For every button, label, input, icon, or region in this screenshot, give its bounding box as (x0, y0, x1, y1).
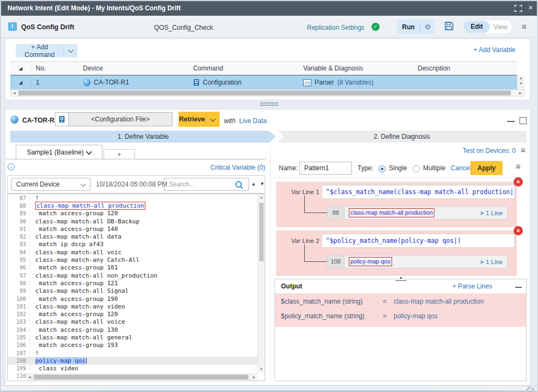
radio-multiple[interactable] (413, 165, 420, 172)
table-vertical-scrollbar[interactable]: ▲ ▼ (517, 75, 524, 89)
line-number: 92 (8, 234, 30, 240)
code-line-89[interactable]: 89 match access-group 120 (8, 210, 258, 217)
code-line-94[interactable]: 94class-map match-all voic (8, 248, 258, 256)
apply-button[interactable]: Apply (470, 161, 503, 175)
editor-horizontal-scrollbar[interactable]: ◄ ► (27, 374, 257, 381)
row-variable-cell[interactable]: {x}Parser(8 Variables) (299, 79, 413, 86)
cancel-button[interactable]: Cancel (451, 164, 471, 172)
code-line-99[interactable]: 99class-map match-all Signal (8, 287, 258, 295)
retrieve-button[interactable]: Retrieve (178, 115, 206, 123)
parse-lines-link[interactable]: + Parse Lines (452, 282, 492, 290)
panel-minimize-icon[interactable] (507, 121, 515, 122)
code-line-90[interactable]: 90class-map match-all DB-Backup (8, 217, 258, 225)
var-line-1-lines-link[interactable]: >1 Line (480, 210, 507, 216)
table-horizontal-scrollbar[interactable]: ◄ ► (10, 89, 524, 97)
code-line-96[interactable]: 96 match access-group 101 (8, 264, 258, 272)
retrieve-dropdown-icon[interactable] (210, 116, 216, 121)
editor-vertical-scrollbar[interactable]: ▲ ▼ (258, 194, 265, 373)
test-on-devices-link[interactable]: Test on Devices: 0 (429, 147, 516, 155)
line-number: 96 (8, 265, 30, 271)
code-line-109[interactable]: 109 class video (8, 365, 258, 372)
panel-maximize-icon[interactable] (520, 117, 527, 124)
splitter-handle-2[interactable] (260, 105, 278, 106)
code-line-107[interactable]: 107! (8, 349, 258, 357)
save-icon[interactable] (444, 21, 454, 31)
add-sample-tab[interactable]: + (104, 149, 135, 159)
code-line-92[interactable]: 92class-map match-all data (8, 233, 258, 240)
info-icon[interactable]: i (8, 163, 15, 170)
command-row[interactable]: ◢ 1 CA-TOR-R1 Configuration {x}Parser(8 … (10, 75, 517, 89)
add-command-button[interactable]: + Add Command (16, 44, 78, 57)
var-line-1-label: Var Line 1 (291, 189, 319, 195)
output-collapse-icon[interactable]: ▲ (395, 275, 406, 281)
search-icon[interactable] (235, 181, 242, 188)
code-line-103[interactable]: 103class-map match-all voice (8, 318, 258, 326)
add-command-dropdown-icon[interactable] (68, 48, 74, 53)
sample-tab-dropdown-icon[interactable] (86, 149, 92, 155)
radio-single[interactable] (379, 165, 386, 172)
splitter-handle[interactable] (260, 102, 278, 104)
close-icon[interactable]: × (528, 3, 533, 12)
var-line-2-regex-input[interactable]: ^$policy_match_name(policy-map qos|) (322, 234, 515, 248)
tab-define-diagnosis[interactable]: 2. Define Diagnosis (277, 131, 527, 143)
replication-settings-link[interactable]: Replication Settings (307, 24, 364, 31)
critical-variable-link[interactable]: Critical Variable (0) (200, 164, 265, 171)
device-select[interactable]: Current Device (11, 178, 91, 191)
table-hscroll-thumb[interactable] (18, 91, 511, 95)
scroll-down-icon[interactable]: ▼ (517, 81, 524, 86)
code-line-88[interactable]: 88class-map match-all production (8, 202, 258, 209)
var-line-2-lines-link[interactable]: >1 Line (480, 259, 507, 265)
fullscreen-icon[interactable] (514, 5, 522, 12)
find-prev-icon[interactable]: ▲ (251, 181, 256, 187)
configuration-icon-2 (59, 115, 65, 123)
run-settings-gear-icon[interactable]: ⚙ (420, 20, 435, 34)
add-variable-link[interactable]: + Add Variable (473, 46, 516, 54)
editor-scroll-left-icon[interactable]: ◄ (28, 375, 31, 379)
config-type-button[interactable] (55, 112, 69, 126)
find-next-icon[interactable]: ▼ (260, 181, 265, 187)
line-number: 91 (8, 226, 30, 232)
search-input[interactable]: Search... (164, 178, 249, 191)
code-line-95[interactable]: 95class-map match-any Catch-All (8, 256, 258, 264)
line-text: match access-group 193 (30, 342, 118, 349)
code-line-97[interactable]: 97class-map match-all non_production (8, 272, 258, 279)
var-line-1-regex-input[interactable]: ^$class_match_name(class-map match-all p… (322, 185, 515, 199)
scroll-up-icon[interactable]: ▲ (517, 75, 524, 81)
config-file-selector[interactable]: <Configuration File> (68, 112, 172, 126)
header-menu-icon[interactable]: ≡ (522, 22, 527, 31)
run-button[interactable]: Run (397, 23, 420, 31)
row-expander-icon[interactable]: ◢ (10, 80, 31, 85)
editor-scroll-down-icon[interactable]: ▼ (260, 367, 263, 372)
col-description: Description (413, 65, 517, 72)
scroll-right-icon[interactable]: ► (518, 91, 522, 95)
tab-sample1-baseline[interactable]: Sample1 (Baseline) (16, 145, 103, 159)
pattern-menu-icon[interactable]: ≡ (516, 162, 521, 171)
edit-toggle[interactable]: Edit (464, 21, 490, 33)
tab-define-variable[interactable]: 1. Define Variable (10, 131, 276, 143)
pattern-name-input[interactable]: Pattern1 (299, 162, 352, 175)
code-line-102[interactable]: 102 match access-group 120 (8, 310, 258, 318)
live-data-link[interactable]: Live Data (239, 117, 267, 125)
code-line-87[interactable]: 87! (8, 194, 258, 202)
var-line-2-delete-icon[interactable]: × (514, 226, 523, 235)
expand-all-icon[interactable]: ◢ (10, 66, 31, 71)
code-line-104[interactable]: 104 match access-group 130 (8, 326, 258, 333)
code-line-106[interactable]: 106 match access-group 193 (8, 342, 258, 349)
var-line-1-delete-icon[interactable]: × (514, 177, 523, 187)
editor-scroll-right-icon[interactable]: ► (252, 375, 256, 379)
scroll-left-icon[interactable]: ◄ (12, 91, 16, 95)
editor-vscroll-thumb[interactable] (259, 203, 264, 261)
code-line-101[interactable]: 101class-map match-any video (8, 303, 258, 310)
editor-scroll-up-icon[interactable]: ▲ (258, 194, 265, 201)
code-line-98[interactable]: 98 match access-group 121 (8, 279, 258, 287)
view-toggle[interactable]: View (490, 23, 511, 31)
editor-hscroll-thumb[interactable] (34, 375, 248, 380)
code-line-100[interactable]: 100 match access-group 190 (8, 295, 258, 303)
line-text: policy-map qos (30, 357, 87, 364)
code-line-108[interactable]: 108policy-map qos (8, 357, 258, 364)
code-line-93[interactable]: 93 match ip dscp af43 (8, 241, 258, 248)
test-devices-menu-icon[interactable]: ≡ (521, 145, 526, 155)
code-line-91[interactable]: 91 match access-group 140 (8, 225, 258, 233)
code-line-105[interactable]: 105class-map match-all general (8, 333, 258, 341)
output-minimize-icon[interactable] (515, 287, 522, 288)
